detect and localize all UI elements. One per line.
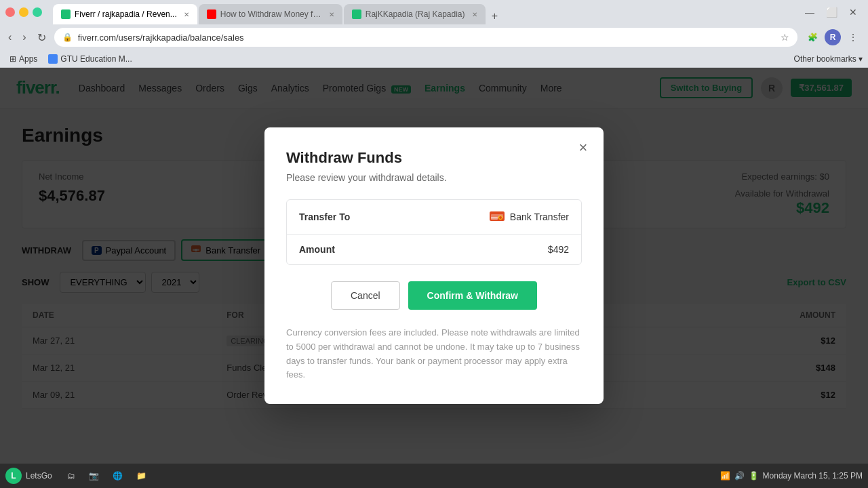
browser-titlebar: Fiverr / rajkapadia / Reven... ✕ How to … <box>0 0 868 24</box>
page-content: fiverr. Dashboard Messages Orders Gigs A… <box>0 68 868 464</box>
amount-label: Amount <box>299 244 548 255</box>
tab-close-youtube[interactable]: ✕ <box>329 11 334 18</box>
other-bookmarks[interactable]: Other bookmarks ▾ <box>794 54 863 64</box>
new-tab-button[interactable]: + <box>487 8 503 24</box>
modal-overlay: × Withdraw Funds Please review your with… <box>0 68 868 464</box>
url-text: fiverr.com/users/rajkkapadia/balance/sal… <box>78 33 775 43</box>
taskbar: L LetsGo 🗂 📷 🌐 📁 📶 🔊 🔋 Monday March 15, … <box>0 464 868 488</box>
withdraw-funds-modal: × Withdraw Funds Please review your with… <box>264 127 604 404</box>
profile-button[interactable]: R <box>825 29 841 45</box>
tab-close-fiverr[interactable]: ✕ <box>184 11 189 18</box>
reload-button[interactable]: ↻ <box>35 28 49 47</box>
taskbar-icon-battery: 🔋 <box>749 471 759 481</box>
modal-title: Withdraw Funds <box>286 149 582 167</box>
tab-fiverr[interactable]: Fiverr / rajkapadia / Reven... ✕ <box>53 4 197 24</box>
window-control-right: — ⬜ ✕ <box>800 3 863 22</box>
taskbar-system-icons: 📶 🔊 🔋 Monday March 15, 1:25 PM <box>720 471 863 481</box>
svg-point-7 <box>499 216 502 219</box>
taskbar-app-browser[interactable]: 🌐 <box>108 470 127 482</box>
amount-row: Amount $492 <box>287 235 581 264</box>
transfer-to-label: Transfer To <box>299 211 490 222</box>
transfer-to-row: Transfer To Bank Transfer <box>287 200 581 235</box>
profile-favicon <box>352 9 361 19</box>
bookmarks-bar: ⊞ Apps GTU Education M... Other bookmark… <box>0 50 868 68</box>
disclaimer-text: Currency conversion fees are included. P… <box>286 326 582 382</box>
tab-label-fiverr: Fiverr / rajkapadia / Reven... <box>75 9 177 19</box>
minimize-window-button[interactable] <box>19 7 28 17</box>
taskbar-icon-network: 📶 <box>720 471 730 481</box>
taskbar-app-camera[interactable]: 📷 <box>85 470 103 482</box>
extensions-button[interactable]: 🧩 <box>803 28 822 47</box>
browser-action-buttons: 🧩 R ⋮ <box>803 28 863 47</box>
lock-icon: 🔒 <box>62 33 73 42</box>
close-button[interactable]: ✕ <box>844 3 863 22</box>
tabs-bar: Fiverr / rajkapadia / Reven... ✕ How to … <box>47 0 795 24</box>
minimize-button[interactable]: — <box>800 3 819 22</box>
modal-close-button[interactable]: × <box>574 138 593 157</box>
confirm-withdraw-button[interactable]: Confirm & Withdraw <box>408 281 537 310</box>
more-button[interactable]: ⋮ <box>844 28 863 47</box>
forward-button[interactable]: › <box>20 28 28 46</box>
svg-rect-5 <box>491 217 498 220</box>
cancel-button[interactable]: Cancel <box>331 281 400 310</box>
modal-button-row: Cancel Confirm & Withdraw <box>286 281 582 310</box>
fiverr-favicon <box>61 9 71 19</box>
url-icons: ☆ <box>781 32 789 43</box>
bank-transfer-icon <box>490 209 505 224</box>
tab-close-profile[interactable]: ✕ <box>472 11 477 18</box>
taskbar-app-files[interactable]: 📁 <box>132 470 151 482</box>
tab-profile[interactable]: RajKKapadia (Raj Kapadia) ✕ <box>344 4 486 24</box>
url-bar[interactable]: 🔒 fiverr.com/users/rajkkapadia/balance/s… <box>54 28 797 47</box>
maximize-window-button[interactable] <box>33 7 42 17</box>
transfer-to-value: Bank Transfer <box>490 209 569 224</box>
gtu-bookmark[interactable]: GTU Education M... <box>44 53 136 65</box>
youtube-favicon <box>207 9 216 19</box>
modal-subtitle: Please review your withdrawal details. <box>286 172 582 183</box>
tab-youtube[interactable]: How to Withdraw Money fro... ✕ <box>199 4 342 24</box>
bookmark-star-icon[interactable]: ☆ <box>781 32 789 43</box>
restore-button[interactable]: ⬜ <box>822 3 841 22</box>
gtu-icon <box>48 54 58 64</box>
tab-label-profile: RajKKapadia (Raj Kapadia) <box>366 9 465 19</box>
tab-label-youtube: How to Withdraw Money fro... <box>220 9 322 19</box>
taskbar-start[interactable]: L LetsGo <box>5 468 52 484</box>
chevron-down-icon: ▾ <box>859 54 863 64</box>
apps-icon: ⊞ <box>9 54 16 64</box>
taskbar-app-filemgr[interactable]: 🗂 <box>63 470 79 482</box>
window-controls <box>5 7 42 17</box>
back-button[interactable]: ‹ <box>5 28 14 46</box>
amount-value: $492 <box>548 244 569 255</box>
browser-chrome: Fiverr / rajkapadia / Reven... ✕ How to … <box>0 0 868 68</box>
apps-bookmark[interactable]: ⊞ Apps <box>5 53 41 65</box>
address-bar-row: ‹ › ↻ 🔒 fiverr.com/users/rajkkapadia/bal… <box>0 24 868 50</box>
taskbar-icon-sound: 🔊 <box>734 471 745 481</box>
withdrawal-details-table: Transfer To Bank Transfer Amount <box>286 199 582 265</box>
taskbar-start-label: LetsGo <box>26 471 52 481</box>
close-window-button[interactable] <box>5 7 15 17</box>
letsgoo-icon: L <box>5 468 22 484</box>
taskbar-time: Monday March 15, 1:25 PM <box>763 471 863 481</box>
